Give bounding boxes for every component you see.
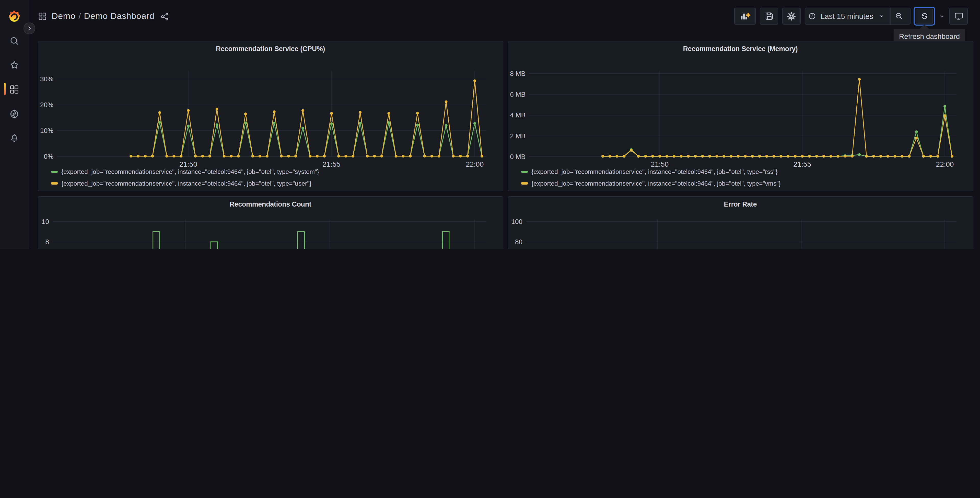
svg-text:21:50: 21:50 [651, 160, 668, 168]
svg-text:21:55: 21:55 [322, 160, 340, 168]
svg-text:30%: 30% [40, 75, 53, 83]
svg-text:20%: 20% [40, 101, 53, 109]
svg-text:80: 80 [515, 238, 522, 246]
svg-text:10%: 10% [40, 127, 53, 134]
svg-text:2 MB: 2 MB [510, 132, 525, 140]
svg-text:21:50: 21:50 [179, 160, 197, 168]
svg-text:0%: 0% [43, 153, 53, 160]
svg-text:21:55: 21:55 [793, 160, 811, 168]
svg-text:22:00: 22:00 [466, 160, 484, 168]
svg-text:100: 100 [511, 218, 522, 225]
svg-text:4 MB: 4 MB [510, 111, 525, 119]
svg-text:22:00: 22:00 [935, 160, 953, 168]
svg-text:8: 8 [45, 238, 49, 246]
svg-text:10: 10 [41, 218, 49, 225]
svg-text:8 MB: 8 MB [510, 70, 525, 77]
svg-text:0 MB: 0 MB [510, 153, 525, 161]
svg-text:6 MB: 6 MB [510, 91, 525, 98]
